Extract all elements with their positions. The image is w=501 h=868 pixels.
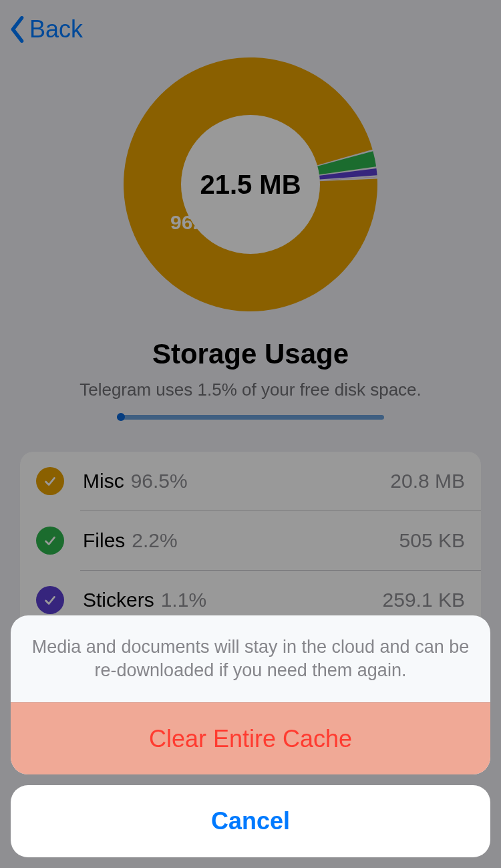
- action-sheet: Media and documents will stay in the clo…: [0, 615, 501, 857]
- action-sheet-message: Media and documents will stay in the clo…: [11, 615, 490, 702]
- cancel-button[interactable]: Cancel: [11, 785, 490, 857]
- clear-cache-button[interactable]: Clear Entire Cache: [11, 702, 490, 774]
- action-sheet-group: Media and documents will stay in the clo…: [11, 615, 490, 774]
